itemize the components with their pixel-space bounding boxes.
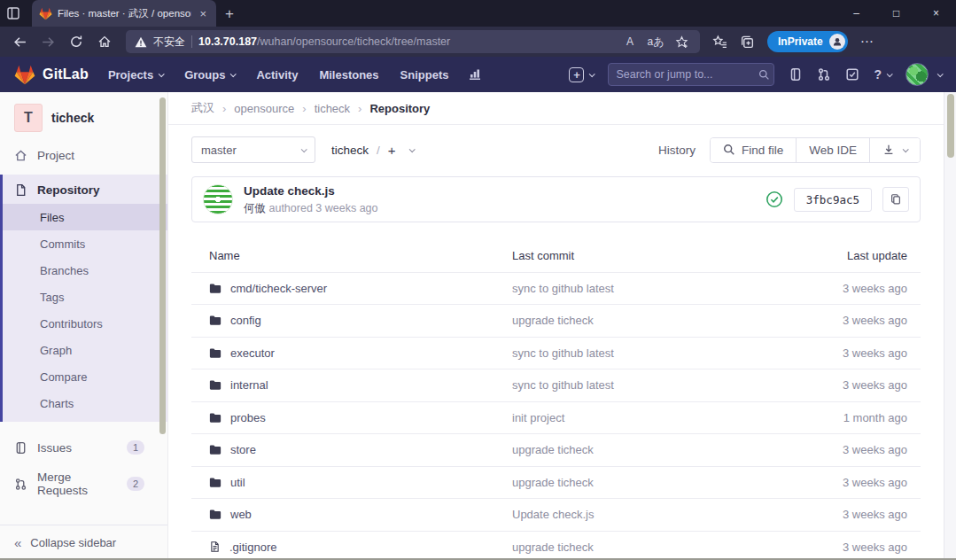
file-name-link[interactable]: cmd/ticheck-server xyxy=(230,282,327,295)
inprivate-badge[interactable]: InPrivate xyxy=(767,31,848,52)
add-file-button[interactable]: + xyxy=(388,143,396,158)
chevron-down-icon[interactable] xyxy=(408,146,415,152)
sidebar-item-commits[interactable]: Commits xyxy=(3,230,167,257)
file-name-link[interactable]: internal xyxy=(230,378,268,392)
window-maximize-button[interactable]: □ xyxy=(876,0,916,27)
commit-message-link[interactable]: upgrade ticheck xyxy=(512,443,788,456)
collapse-sidebar-button[interactable]: « Collapse sidebar xyxy=(0,525,167,560)
nav-item-label: Activity xyxy=(256,68,298,82)
commit-message-link[interactable]: upgrade ticheck xyxy=(512,541,788,554)
nav-item-activity[interactable]: Activity xyxy=(256,68,298,82)
chevron-down-icon xyxy=(230,71,237,77)
forward-icon[interactable] xyxy=(35,29,60,54)
commit-message-link[interactable]: sync to github latest xyxy=(512,282,788,295)
breadcrumb-item[interactable]: opensource xyxy=(234,102,294,115)
stats-icon[interactable] xyxy=(468,67,482,82)
sidebar-item-label: Merge Requests xyxy=(37,471,117,497)
commit-author-link[interactable]: 何傲 xyxy=(244,202,266,214)
repo-path-name[interactable]: ticheck xyxy=(331,144,369,157)
sidebar-project-header[interactable]: T ticheck xyxy=(0,92,167,142)
gitlab-logo[interactable]: GitLab xyxy=(14,65,89,85)
user-menu-button[interactable] xyxy=(905,63,942,86)
breadcrumb-item[interactable]: Repository xyxy=(369,102,430,115)
history-link[interactable]: History xyxy=(658,144,696,157)
sidebar-item-contributors[interactable]: Contributors xyxy=(3,310,167,337)
nav-item-projects[interactable]: Projects xyxy=(108,68,163,82)
copy-sha-button[interactable] xyxy=(882,187,909,212)
merge-request-icon xyxy=(14,478,27,491)
gitlab-menu: ProjectsGroupsActivityMilestonesSnippets xyxy=(108,68,449,82)
nav-item-snippets[interactable]: Snippets xyxy=(400,68,449,82)
folder-icon xyxy=(209,477,222,488)
sidebar-item-compare[interactable]: Compare xyxy=(3,363,167,390)
commit-message-link[interactable]: init project xyxy=(512,411,788,424)
web-ide-button[interactable]: Web IDE xyxy=(796,138,869,162)
sidebar-item-project[interactable]: Project xyxy=(0,142,167,169)
refresh-icon[interactable] xyxy=(64,29,89,54)
merge-requests-nav-icon[interactable] xyxy=(817,67,831,82)
commit-message-link[interactable]: upgrade ticheck xyxy=(512,476,788,489)
table-row: internalsync to github latest3 weeks ago xyxy=(191,369,921,402)
commit-sha[interactable]: 3fbc9ac5 xyxy=(794,188,872,212)
read-aloud-icon[interactable]: A xyxy=(620,32,640,51)
pipeline-status-icon[interactable] xyxy=(766,191,783,208)
new-menu-button[interactable]: + xyxy=(569,67,594,82)
file-name-link[interactable]: util xyxy=(230,476,245,489)
commit-message-link[interactable]: Update check.js xyxy=(512,508,788,521)
nav-item-groups[interactable]: Groups xyxy=(184,68,235,82)
sidebar-item-issues[interactable]: Issues 1 xyxy=(0,432,167,463)
add-favorite-icon[interactable] xyxy=(672,32,691,51)
help-menu-button[interactable]: ? xyxy=(874,67,891,82)
file-name-link[interactable]: web xyxy=(230,508,252,521)
favorites-icon[interactable] xyxy=(712,35,727,50)
column-header-name: Name xyxy=(191,249,512,262)
last-update-text: 3 weeks ago xyxy=(788,314,921,327)
window-close-button[interactable]: × xyxy=(916,0,956,27)
search-input[interactable] xyxy=(616,68,758,81)
security-warning-label[interactable]: 不安全 xyxy=(153,35,185,50)
commit-message-link[interactable]: upgrade ticheck xyxy=(512,314,788,327)
sidebar-item-charts[interactable]: Charts xyxy=(3,390,167,416)
download-button[interactable] xyxy=(869,138,920,162)
issues-nav-icon[interactable] xyxy=(789,67,803,82)
find-file-button[interactable]: Find file xyxy=(711,138,796,162)
nav-item-milestones[interactable]: Milestones xyxy=(319,68,378,82)
commit-message-link[interactable]: sync to github latest xyxy=(512,378,788,392)
window-controls: – □ × xyxy=(836,0,956,27)
collapse-icon: « xyxy=(14,535,21,550)
file-name-link[interactable]: .gitignore xyxy=(229,541,276,554)
commit-author-avatar[interactable] xyxy=(203,184,233,214)
tab-actions-icon[interactable] xyxy=(0,0,27,27)
sidebar-item-graph[interactable]: Graph xyxy=(3,337,167,363)
settings-more-icon[interactable]: ⋯ xyxy=(860,34,874,50)
breadcrumb-item[interactable]: 武汉 xyxy=(191,100,214,116)
sidebar-item-repository[interactable]: Repository xyxy=(3,176,167,204)
file-name-link[interactable]: store xyxy=(230,443,256,456)
collections-icon[interactable] xyxy=(740,35,755,50)
commit-message-link[interactable]: sync to github latest xyxy=(512,346,788,360)
file-name-link[interactable]: executor xyxy=(230,346,275,360)
sidebar-item-tags[interactable]: Tags xyxy=(3,284,167,310)
sidebar-item-branches[interactable]: Branches xyxy=(3,257,167,284)
last-update-text: 3 weeks ago xyxy=(788,476,921,489)
window-minimize-button[interactable]: – xyxy=(836,0,876,27)
commit-title-link[interactable]: Update check.js xyxy=(244,183,378,200)
sidebar-item-merge-requests[interactable]: Merge Requests 2 xyxy=(0,463,167,505)
breadcrumb-item[interactable]: ticheck xyxy=(315,102,350,115)
back-icon[interactable] xyxy=(7,29,32,54)
tab-close-icon[interactable]: × xyxy=(197,7,209,20)
file-name-link[interactable]: config xyxy=(230,314,261,327)
page-scrollbar[interactable] xyxy=(944,92,956,560)
translate-icon[interactable]: aあ xyxy=(646,32,665,51)
file-name-link[interactable]: probes xyxy=(230,411,266,424)
page-scrollbar-thumb[interactable] xyxy=(947,94,954,158)
new-tab-button[interactable]: + xyxy=(225,6,234,21)
browser-tab[interactable]: Files · master · 武汉 / opensourc × xyxy=(32,0,216,27)
branch-select[interactable]: master xyxy=(191,136,315,163)
sidebar-scrollbar[interactable] xyxy=(159,97,166,434)
sidebar-item-files[interactable]: Files xyxy=(3,204,167,230)
address-bar[interactable]: 不安全 10.3.70.187/wuhan/opensource/ticheck… xyxy=(126,30,700,53)
todos-icon[interactable] xyxy=(845,67,859,82)
home-icon[interactable] xyxy=(92,29,117,54)
url-text[interactable]: 10.3.70.187/wuhan/opensource/ticheck/tre… xyxy=(198,35,614,48)
